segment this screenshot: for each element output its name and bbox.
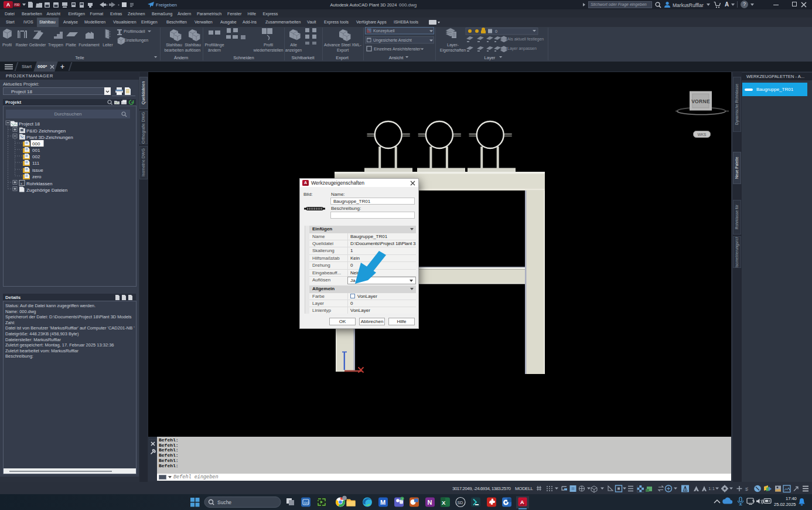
svg-text:Ändern: Ändern xyxy=(174,55,188,60)
svg-text:Export: Export xyxy=(336,55,349,60)
svg-text:3017.2049, -24.6934, 1383.2570: 3017.2049, -24.6934, 1383.2570 xyxy=(452,486,511,491)
svg-text:WKS: WKS xyxy=(698,132,707,137)
svg-text:Project 18: Project 18 xyxy=(19,121,40,127)
svg-text:Geländer: Geländer xyxy=(29,43,46,47)
svg-text:Konzeptuell: Konzeptuell xyxy=(373,29,395,33)
svg-text:Sichtbarkeit: Sichtbarkeit xyxy=(291,55,315,60)
svg-text:Ungesicherte Ansicht: Ungesicherte Ansicht xyxy=(373,38,412,43)
svg-text:000: 000 xyxy=(32,141,40,147)
svg-text:zero: zero xyxy=(32,174,42,179)
svg-text:auflösen: auflösen xyxy=(185,48,201,52)
svg-text:Stahlbau: Stahlbau xyxy=(185,43,201,47)
svg-text:✓: ✓ xyxy=(401,498,404,501)
svg-text:Export: Export xyxy=(337,48,349,53)
svg-text:Fundament: Fundament xyxy=(79,43,99,47)
svg-text:Teile: Teile xyxy=(75,55,84,60)
svg-text:SD: SD xyxy=(458,501,463,505)
svg-text:001: 001 xyxy=(32,148,40,153)
svg-text:Profil: Profil xyxy=(2,43,12,47)
svg-text:Stahlbau: Stahlbau xyxy=(166,43,182,47)
svg-text:Treppen: Treppen xyxy=(48,43,63,47)
svg-text:Leiter: Leiter xyxy=(103,43,113,47)
svg-text:17:40: 17:40 xyxy=(786,496,797,501)
svg-text:Plant 3D-Zeichnungen: Plant 3D-Zeichnungen xyxy=(26,135,73,140)
svg-text:002: 002 xyxy=(32,154,40,159)
svg-text:Ansicht: Ansicht xyxy=(389,55,404,60)
svg-text:Platte: Platte xyxy=(66,43,76,47)
svg-text:N: N xyxy=(428,499,432,506)
svg-text:111: 111 xyxy=(32,161,40,166)
svg-text:anzeigen: anzeigen xyxy=(285,48,302,53)
svg-text:Profilmodell: Profilmodell xyxy=(124,29,145,33)
svg-text:issue: issue xyxy=(32,168,43,173)
svg-text:wiederherstellen: wiederherstellen xyxy=(253,48,284,52)
svg-text:0: 0 xyxy=(495,29,497,33)
svg-text:Alle: Alle xyxy=(290,43,297,47)
svg-text:Raster: Raster xyxy=(16,43,28,47)
svg-text:Einstellungen: Einstellungen xyxy=(124,38,148,43)
svg-text:X: X xyxy=(442,499,446,506)
svg-text:Layer-: Layer- xyxy=(447,43,459,47)
svg-text:⋨: ⋨ xyxy=(745,486,749,491)
svg-text:Layer anpassen: Layer anpassen xyxy=(507,46,537,51)
svg-text:VORNE: VORNE xyxy=(691,98,710,104)
svg-text:Layer: Layer xyxy=(485,55,496,60)
svg-text:Profillänge: Profillänge xyxy=(204,43,224,47)
svg-text:P&ID Zeichnungen: P&ID Zeichnungen xyxy=(26,128,66,134)
svg-text:Schneiden: Schneiden xyxy=(233,55,254,60)
svg-text:25.02.2025: 25.02.2025 xyxy=(774,502,796,507)
svg-text:bearbeiten: bearbeiten xyxy=(164,48,183,52)
svg-text:Suche: Suche xyxy=(217,499,231,505)
svg-text:Advance Steel XML-: Advance Steel XML- xyxy=(324,43,361,47)
svg-text:Einzelnes Ansichtsfenster: Einzelnes Ansichtsfenster xyxy=(374,47,421,51)
svg-text:Rohrklassen: Rohrklassen xyxy=(26,181,52,186)
svg-text:Eigenschaften: Eigenschaften xyxy=(440,48,466,53)
svg-text:Als aktuell festlegen: Als aktuell festlegen xyxy=(507,37,544,42)
svg-text:M: M xyxy=(380,499,385,506)
svg-text:MODELL: MODELL xyxy=(515,486,534,491)
svg-text:1:1: 1:1 xyxy=(708,486,715,491)
svg-text:Profil: Profil xyxy=(264,43,273,47)
svg-text:DO: DO xyxy=(304,501,309,505)
svg-text:x: x xyxy=(21,182,22,185)
svg-text:Zugehörige Dateien: Zugehörige Dateien xyxy=(26,188,67,193)
svg-text:ändern: ändern xyxy=(208,48,221,52)
